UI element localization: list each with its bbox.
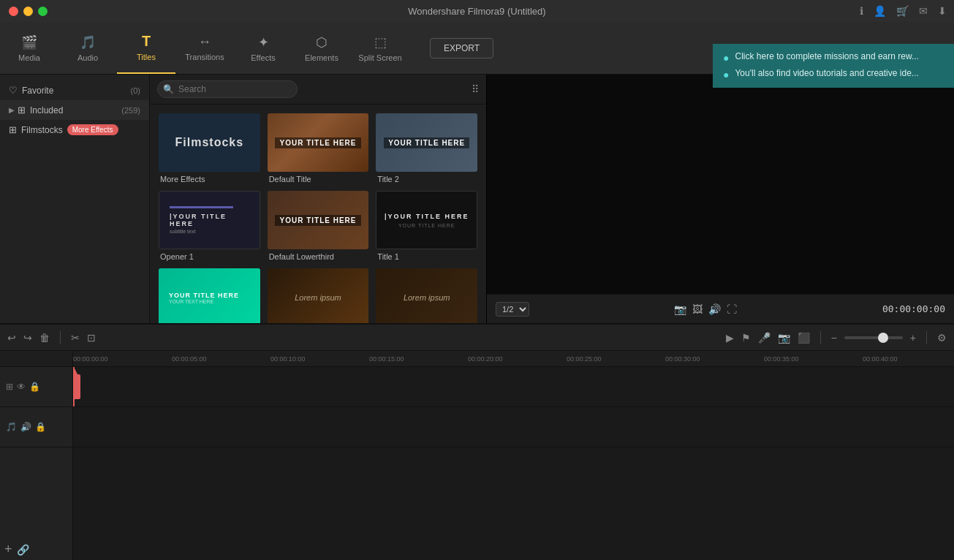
thumb-title2-img: YOUR TITLE HERE: [376, 113, 477, 172]
ruler-mark-4: 00:00:20:00: [468, 355, 567, 363]
link-track-button[interactable]: 🔗: [17, 544, 29, 556]
thumb-title29-img: Lorem ipsum: [376, 268, 477, 323]
thumb-default-title-img: YOUR TITLE HERE: [268, 113, 369, 172]
add-track-button[interactable]: +: [4, 542, 12, 557]
grid-view-icon[interactable]: ⠿: [472, 83, 479, 95]
mail-icon[interactable]: ✉: [919, 5, 928, 17]
thumbnail-title-29[interactable]: Lorem ipsum Title 29: [373, 265, 480, 323]
ruler-mark-6: 00:00:30:00: [665, 355, 764, 363]
close-button[interactable]: [9, 7, 18, 16]
audio-track-music-icon[interactable]: 🎵: [6, 422, 17, 432]
ruler-mark-5: 00:00:25:00: [567, 355, 665, 363]
bookmark-icon[interactable]: ⚑: [741, 332, 751, 344]
elements-icon: ⬡: [316, 34, 328, 50]
video-track-icons: ⊞ 👁 🔒: [6, 382, 40, 392]
zoom-select[interactable]: 1/2 1/1 1/4: [496, 302, 529, 317]
zoom-slider-thumb[interactable]: [878, 333, 888, 343]
video-track-eye-icon[interactable]: 👁: [17, 382, 26, 392]
thumbnail-opener-2[interactable]: YOUR TITLE HERE YOUR TEXT HERE Opener 2: [156, 265, 263, 323]
cart-icon[interactable]: 🛒: [896, 5, 909, 17]
toolbar-separator-1: [60, 331, 61, 344]
titles-icon: T: [142, 33, 151, 50]
download-icon[interactable]: ⬇: [938, 5, 947, 17]
zoom-slider[interactable]: [844, 336, 903, 339]
minimize-button[interactable]: [23, 7, 33, 16]
thumbnail-title-27[interactable]: Lorem ipsum Title 27: [265, 265, 372, 323]
thumbnail-title-1-label: Title 1: [376, 252, 477, 261]
nav-media[interactable]: 🎬 Media: [0, 22, 58, 74]
search-input[interactable]: [157, 80, 298, 98]
undo-button[interactable]: ↩: [7, 332, 16, 344]
track-header-audio: 🎵 🔊 🔒: [0, 407, 72, 447]
delete-button[interactable]: 🗑: [39, 332, 50, 344]
preview-snapshot-icon[interactable]: 📷: [674, 303, 686, 315]
nav-elements[interactable]: ⬡ Elements: [292, 22, 351, 74]
thumb-opener2-img: YOUR TITLE HERE YOUR TEXT HERE: [159, 268, 260, 323]
cut-button[interactable]: ✂: [71, 332, 80, 344]
track-header-video: ⊞ 👁 🔒: [0, 367, 72, 407]
timeline-ruler: 00:00:00:00 00:00:05:00 00:00:10:00 00:0…: [73, 351, 954, 367]
maximize-button[interactable]: [38, 7, 48, 16]
sidebar-favorite[interactable]: ♡ Favorite (0): [0, 80, 149, 100]
tooltip-dot-1: ●: [723, 52, 729, 64]
thumbnail-more-effects[interactable]: Filmstocks More Effects: [156, 110, 263, 186]
preview-screenshot-icon[interactable]: 🖼: [692, 303, 703, 315]
settings-icon[interactable]: ⚙: [937, 332, 947, 344]
tooltip-popup: ● Click here to complete missions and ea…: [713, 44, 954, 88]
preview-buttons: 📷 🖼 🔊 ⛶: [674, 303, 737, 315]
audio-track-speaker-icon[interactable]: 🔊: [20, 422, 31, 432]
export-button[interactable]: EXPORT: [430, 38, 493, 58]
thumbnail-default-title[interactable]: YOUR TITLE HERE Default Title: [265, 110, 372, 186]
sidebar-filmstocks-label: Filmstocks: [21, 125, 63, 135]
thumbnail-default-lowerthird[interactable]: YOUR TITLE HERE Default Lowerthird: [265, 188, 372, 264]
nav-transitions[interactable]: ↔ Transitions: [175, 22, 234, 74]
opener2-sub: YOUR TEXT HERE: [169, 299, 213, 304]
nav-titles-label: Titles: [137, 53, 156, 61]
timeline-track-body: 00:00:00:00 00:00:05:00 00:00:10:00 00:0…: [73, 351, 954, 560]
snapshot-icon[interactable]: 📷: [778, 332, 790, 344]
thumbnail-opener-1-label: Opener 1: [159, 252, 260, 261]
nav-audio[interactable]: 🎵 Audio: [58, 22, 117, 74]
crop-button[interactable]: ⊡: [87, 332, 96, 344]
thumbnail-title-2[interactable]: YOUR TITLE HERE Title 2: [373, 110, 480, 186]
thumbnail-more-effects-label: More Effects: [159, 175, 260, 183]
zoom-out-icon[interactable]: −: [831, 332, 837, 344]
preview-volume-icon[interactable]: 🔊: [708, 303, 721, 315]
pip-icon[interactable]: ⬛: [798, 332, 810, 344]
info-icon[interactable]: ℹ: [860, 5, 863, 17]
audio-track-row: [73, 407, 954, 447]
video-track-lock-icon[interactable]: 🔒: [29, 382, 40, 392]
toolbar-separator-2: [820, 331, 821, 344]
nav-titles[interactable]: T Titles: [117, 22, 175, 74]
audio-track-lock-icon[interactable]: 🔒: [35, 422, 46, 432]
motion-icon[interactable]: ▶: [726, 332, 734, 344]
search-wrap: 🔍: [157, 80, 467, 98]
opener1-bar: [170, 206, 233, 208]
user-icon[interactable]: 👤: [874, 5, 886, 17]
zoom-control: 1/2 1/1 1/4: [496, 302, 529, 317]
video-track-grid-icon[interactable]: ⊞: [6, 382, 13, 392]
sidebar-included-label: Included: [30, 105, 63, 116]
playhead[interactable]: [73, 367, 75, 406]
ruler-mark-2: 00:00:10:00: [270, 355, 369, 363]
effects-icon: ✦: [258, 34, 269, 50]
sidebar-filmstocks[interactable]: ⊞ Filmstocks More Effects: [0, 120, 149, 140]
nav-split-screen[interactable]: ⬚ Split Screen: [351, 22, 409, 74]
titlebar-buttons[interactable]: [9, 7, 48, 16]
sidebar-included[interactable]: ▶ ⊞ Included (259): [0, 100, 149, 120]
sidebar: ♡ Favorite (0) ▶ ⊞ Included (259) ⊞ Film…: [0, 75, 150, 323]
video-track-row: [73, 367, 954, 407]
mic-icon[interactable]: 🎤: [758, 332, 771, 344]
toolbar: 🎬 Media 🎵 Audio T Titles ↔ Transitions ✦…: [0, 22, 954, 75]
filmstocks-logo: Filmstocks: [175, 136, 244, 149]
audio-icon: 🎵: [80, 34, 96, 50]
zoom-in-icon[interactable]: +: [910, 332, 916, 344]
nav-effects[interactable]: ✦ Effects: [234, 22, 292, 74]
titlebar-icons: ℹ 👤 🛒 ✉ ⬇: [860, 5, 947, 17]
redo-button[interactable]: ↪: [23, 332, 32, 344]
lowerthird-text: YOUR TITLE HERE: [275, 215, 360, 226]
thumbnail-opener-1[interactable]: |YOUR TITLE HERE subtitle text Opener 1: [156, 188, 263, 264]
thumbnail-title-1[interactable]: |YOUR TITLE HERE YOUR TITLE HERE Title 1: [373, 188, 480, 264]
thumb-title1-img: |YOUR TITLE HERE YOUR TITLE HERE: [376, 191, 477, 249]
preview-fullscreen-icon[interactable]: ⛶: [727, 303, 737, 315]
